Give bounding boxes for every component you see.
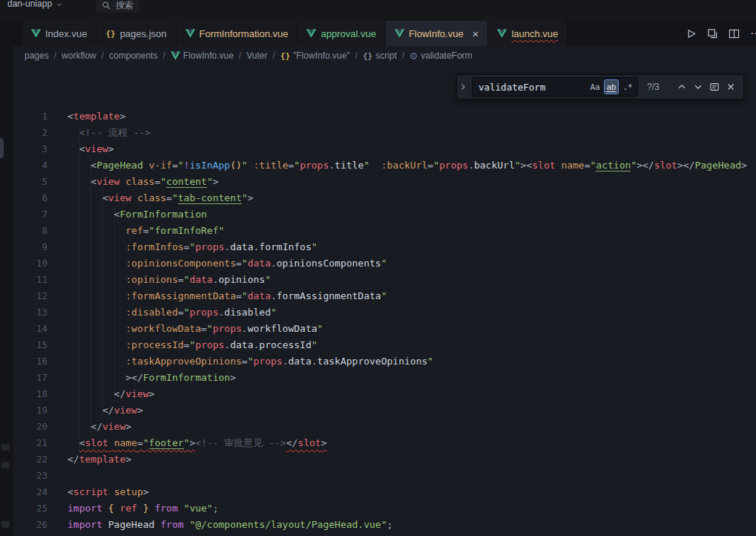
- code-line-8[interactable]: 8 ref="formInfoRef": [13, 223, 756, 239]
- code-token: ": [242, 160, 248, 171]
- line-number: 26: [13, 517, 47, 533]
- code-line-20[interactable]: 20 </view>: [13, 419, 756, 435]
- close-tab-button[interactable]: ×: [473, 28, 479, 39]
- code-token: >: [143, 486, 149, 497]
- regex-button[interactable]: .*: [620, 79, 635, 94]
- code-line-15[interactable]: 15 :processId="props.data.processId": [13, 337, 756, 353]
- code-line-26[interactable]: 26import PageHead from "@/components/lay…: [13, 517, 756, 533]
- code-line-21[interactable]: 21 <slot name="footer"><!-- 审批意见 --></sl…: [13, 435, 756, 451]
- breadcrumb-item-workflow[interactable]: workflow: [62, 50, 96, 61]
- project-menu[interactable]: dan-uniapp: [7, 0, 63, 9]
- code-token: [68, 241, 125, 252]
- code-token: name: [114, 437, 137, 448]
- code-token: .: [312, 356, 318, 367]
- code-line-13[interactable]: 13 :disabled="props.disabled": [13, 304, 756, 321]
- tab-launch-vue[interactable]: launch.vue: [488, 21, 568, 46]
- code-token: </: [68, 454, 79, 465]
- whole-word-button[interactable]: ab: [604, 79, 619, 94]
- tab-forminformation-vue[interactable]: FormInformation.vue: [177, 21, 298, 46]
- toggle-replace-button[interactable]: [457, 75, 469, 99]
- code-token: from: [160, 519, 183, 530]
- code-token: ": [242, 290, 248, 301]
- code-editor[interactable]: 1<template>2 <!-- 流程 -->3 <view>4 <PageH…: [13, 65, 756, 536]
- breadcrumb-item-pages[interactable]: pages: [24, 50, 49, 61]
- code-line-18[interactable]: 18 </view>: [13, 386, 756, 402]
- editor-actions: ⋯: [686, 21, 756, 46]
- code-line-25[interactable]: 25import { ref } from "vue";: [13, 500, 756, 517]
- code-token: <: [68, 192, 108, 203]
- code-line-5[interactable]: 5 <view class="content">: [13, 174, 756, 190]
- titlebar-search[interactable]: 搜索: [96, 0, 139, 13]
- breadcrumb-item-vuter[interactable]: Vuter: [246, 50, 267, 61]
- more-actions-button[interactable]: ⋯: [750, 27, 756, 40]
- activity-bar-sliver: [0, 21, 13, 536]
- tab-flowinfo-vue[interactable]: FlowInfo.vue×: [386, 21, 488, 46]
- tab-label: FormInformation.vue: [200, 28, 289, 39]
- line-number: 8: [13, 223, 47, 239]
- breadcrumb-item-validateform[interactable]: validateForm: [410, 50, 472, 61]
- code-token: data: [189, 274, 212, 285]
- code-token: <: [68, 209, 119, 220]
- code-line-17[interactable]: 17 ></FormInformation>: [13, 370, 756, 386]
- code-token: from: [154, 503, 177, 514]
- code-line-11[interactable]: 11 :opinions="data.opinions": [13, 272, 756, 288]
- code-token: footer: [149, 437, 184, 449]
- code-line-23[interactable]: 23: [13, 468, 756, 484]
- code-line-19[interactable]: 19 </view>: [13, 402, 756, 419]
- line-number: 14: [13, 321, 47, 337]
- line-number: 5: [13, 174, 47, 190]
- breadcrumb-label: FlowInfo.vue: [183, 50, 234, 61]
- line-number: 12: [13, 288, 47, 304]
- close-find-button[interactable]: [723, 79, 739, 95]
- line-number: 24: [13, 484, 47, 500]
- breadcrumb-item-flowinfo-vue[interactable]: FlowInfo.vue: [171, 50, 234, 61]
- code-token: formInfos: [259, 241, 311, 252]
- code-line-22[interactable]: 22</template>: [13, 451, 756, 468]
- code-area[interactable]: 1<template>2 <!-- 流程 -->3 <view>4 <PageH…: [13, 108, 756, 533]
- code-token: script: [73, 486, 108, 497]
- find-input[interactable]: validateForm Aa ab .*: [472, 77, 638, 97]
- code-line-6[interactable]: 6 <view class="tab-content">: [13, 190, 756, 206]
- tab-pages-json[interactable]: {}pages.json: [96, 21, 176, 46]
- tab-approval-vue[interactable]: approval.vue: [298, 21, 385, 46]
- code-token: ": [631, 160, 637, 171]
- code-line-1[interactable]: 1<template>: [13, 108, 756, 125]
- code-line-14[interactable]: 14 :workflowData="props.workflowData": [13, 321, 756, 337]
- code-line-16[interactable]: 16 :taskApproveOpinions="props.data.task…: [13, 353, 756, 370]
- breadcrumb-separator: /: [54, 50, 56, 61]
- code-token: template: [73, 111, 120, 122]
- code-token: [68, 307, 125, 318]
- run-button[interactable]: [686, 28, 697, 39]
- tab-index-vue[interactable]: Index.vue: [22, 21, 96, 46]
- code-token: >: [321, 437, 327, 448]
- previous-match-button[interactable]: [674, 79, 690, 95]
- code-token: data: [248, 258, 271, 269]
- code-line-7[interactable]: 7 <FormInformation: [13, 206, 756, 223]
- code-token: >: [213, 176, 219, 187]
- code-token: content: [166, 176, 207, 188]
- breadcrumb-separator: /: [102, 50, 104, 61]
- code-token: >: [230, 372, 236, 383]
- code-line-10[interactable]: 10 :opinionsComponents="data.opinionsCom…: [13, 255, 756, 272]
- breadcrumb-item--flowinfo-vue-[interactable]: {}"FlowInfo.vue": [280, 50, 350, 61]
- breadcrumb-item-components[interactable]: components: [109, 50, 157, 61]
- tab-label: approval.vue: [321, 28, 375, 39]
- line-number: 11: [13, 272, 47, 288]
- code-token: view: [85, 143, 108, 154]
- code-line-12[interactable]: 12 :formAssignmentData="data.formAssignm…: [13, 288, 756, 304]
- split-editor-button[interactable]: [729, 28, 740, 39]
- match-case-button[interactable]: Aa: [588, 79, 602, 94]
- code-line-9[interactable]: 9 :formInfos="props.data.formInfos": [13, 239, 756, 255]
- code-token: class: [137, 192, 166, 203]
- code-token: props: [195, 339, 224, 350]
- code-line-3[interactable]: 3 <view>: [13, 141, 756, 157]
- next-match-button[interactable]: [690, 79, 706, 95]
- code-token: ;: [387, 519, 393, 530]
- code-token: [131, 192, 137, 203]
- code-line-2[interactable]: 2 <!-- 流程 -->: [13, 125, 756, 141]
- breadcrumb-item-script[interactable]: {}script: [363, 50, 397, 61]
- code-line-4[interactable]: 4 <PageHead v-if="!isInApp()" :title="pr…: [13, 157, 756, 174]
- open-changes-button[interactable]: [707, 28, 718, 39]
- code-line-24[interactable]: 24<script setup>: [13, 484, 756, 500]
- find-in-selection-button[interactable]: [706, 79, 723, 95]
